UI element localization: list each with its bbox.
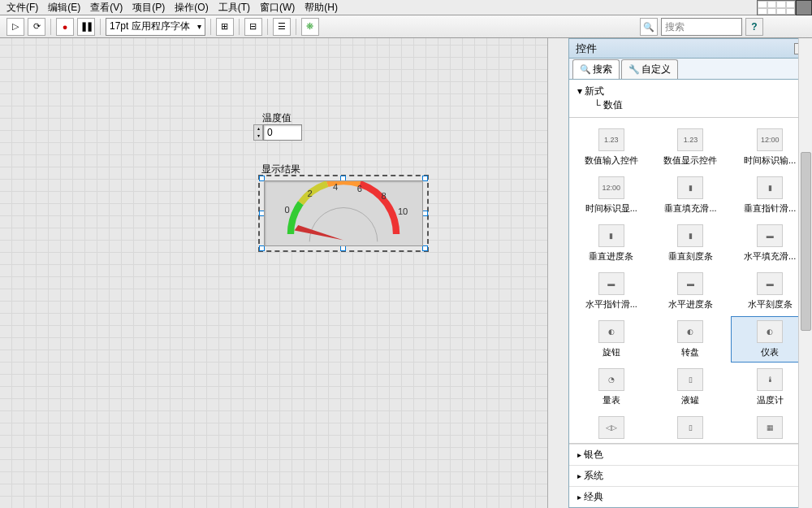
svg-text:2: 2	[307, 189, 312, 198]
palette-item-icon: ◔	[598, 368, 624, 391]
palette-item[interactable]: ▮垂直填充滑...	[652, 172, 730, 219]
menu-help[interactable]: 帮助(H)	[304, 1, 338, 15]
palette-item[interactable]: ◐转盘	[652, 316, 730, 363]
palette-item-label: 仪表	[761, 346, 779, 358]
palette-item[interactable]: ▦带边框颜色盒	[731, 412, 809, 443]
palette-item[interactable]: ◁▷水平滚动条	[572, 412, 650, 443]
resize-handle[interactable]	[259, 245, 265, 251]
temperature-input[interactable]: 0	[263, 124, 302, 141]
palette-item-label: 水平填充滑...	[744, 250, 796, 263]
palette-item[interactable]: 12:00时间标识显...	[572, 172, 650, 219]
palette-item-label: 时间标识显...	[585, 202, 637, 215]
palette-item-label: 温度计	[757, 394, 784, 406]
resize-handle[interactable]	[422, 245, 428, 251]
palette-item[interactable]: 1.23数值输入控件	[572, 124, 650, 171]
palette-item-label: 垂直填充滑...	[664, 202, 716, 215]
palette-item-icon: ▬	[757, 224, 783, 247]
palette-item-icon: ▮	[677, 176, 703, 199]
palette-item[interactable]: ▮垂直指针滑...	[731, 172, 809, 219]
gauge-face: 0 2 4 6 8 10	[264, 180, 423, 246]
gauge-widget[interactable]: 0 2 4 6 8 10	[258, 175, 429, 252]
palette-item[interactable]: ◐仪表	[731, 316, 809, 363]
category-system[interactable]: 系统	[569, 465, 812, 486]
palette-tree: ▾ 新式 └ 数值	[569, 80, 812, 118]
distribute-button[interactable]: ⊟	[244, 18, 262, 36]
palette-item-icon: ▯	[677, 368, 703, 391]
tab-search[interactable]: 🔍搜索	[572, 59, 620, 79]
vertical-scrollbar[interactable]	[798, 38, 812, 508]
menu-edit[interactable]: 编辑(E)	[48, 1, 80, 15]
resize-handle[interactable]	[422, 176, 428, 181]
menu-view[interactable]: 查看(V)	[90, 1, 123, 15]
palette-item[interactable]: ▮垂直刻度条	[652, 220, 730, 267]
reorder-button[interactable]: ☰	[273, 18, 291, 36]
palette-item[interactable]: ▬水平进度条	[652, 268, 730, 315]
menu-file[interactable]: 文件(F)	[6, 1, 38, 15]
palette-item-icon: ◐	[677, 320, 703, 343]
palette-item-label: 数值输入控件	[585, 154, 638, 167]
tree-node-modern[interactable]: ▾ 新式	[577, 85, 804, 98]
palette-item-label: 旋钮	[603, 346, 620, 358]
palette-item[interactable]: 1.23数值显示控件	[652, 124, 730, 171]
palette-titlebar: 控件 ▫	[569, 39, 812, 59]
resize-handle[interactable]	[422, 211, 428, 216]
svg-text:10: 10	[398, 206, 408, 216]
resize-handle[interactable]	[340, 245, 346, 251]
palette-item[interactable]: ▬水平指针滑...	[572, 268, 650, 315]
palette-categories: 银色 系统 经典	[569, 443, 812, 507]
palette-item[interactable]: ▯垂直滚动条	[652, 412, 730, 443]
search-input[interactable]: 搜索	[661, 18, 742, 36]
palette-item[interactable]: ◐旋钮	[572, 316, 650, 363]
pause-button[interactable]: ❚❚	[77, 18, 95, 36]
palette-item-icon: 1.23	[598, 128, 624, 151]
abort-button[interactable]: ●	[56, 18, 74, 36]
temperature-control: ▴▾ 0	[253, 124, 302, 141]
search-container: 🔍 搜索 ?	[640, 18, 763, 36]
palette-item-icon: ◐	[757, 320, 783, 343]
search-icon-button[interactable]: 🔍	[640, 18, 658, 36]
palette-item-icon: ▮	[757, 176, 783, 199]
settings-button[interactable]: ❋	[301, 18, 319, 36]
menu-operate[interactable]: 操作(O)	[175, 1, 208, 15]
palette-item[interactable]: 🌡温度计	[731, 364, 809, 410]
palette-item-label: 数值显示控件	[663, 154, 717, 167]
palette-item-icon: ▬	[677, 272, 703, 295]
palette-item[interactable]: 12:00时间标识输...	[731, 124, 809, 171]
category-classic[interactable]: 经典	[569, 486, 812, 507]
device-icon[interactable]	[796, 0, 812, 15]
front-panel-canvas[interactable]: 温度值 ▴▾ 0 显示结果 0 2 4 6 8	[0, 38, 548, 508]
window-grid-icon[interactable]	[757, 0, 796, 15]
menu-bar: 文件(F) 编辑(E) 查看(V) 项目(P) 操作(O) 工具(T) 窗口(W…	[0, 0, 812, 15]
palette-item[interactable]: ◔量表	[572, 364, 650, 410]
svg-marker-0	[295, 225, 343, 241]
menu-tools[interactable]: 工具(T)	[218, 1, 250, 15]
numeric-spinner[interactable]: ▴▾	[253, 124, 263, 141]
palette-item-label: 水平指针滑...	[585, 298, 637, 310]
font-selector[interactable]: 17pt 应用程序字体	[106, 18, 205, 36]
palette-item-grid: 1.23数值输入控件1.23数值显示控件12:00时间标识输...12:00时间…	[569, 118, 812, 443]
palette-item-icon: ◐	[598, 320, 624, 343]
temperature-label: 温度值	[262, 111, 292, 125]
palette-item-label: 转盘	[681, 346, 699, 358]
svg-text:6: 6	[357, 184, 362, 193]
align-button[interactable]: ⊞	[216, 18, 234, 36]
palette-item-icon: ▮	[677, 224, 703, 247]
help-button[interactable]: ?	[745, 18, 763, 36]
palette-item-label: 液罐	[681, 394, 699, 406]
palette-item[interactable]: ▯液罐	[652, 364, 730, 410]
palette-item-icon: 🌡	[757, 368, 783, 391]
menu-project[interactable]: 项目(P)	[132, 1, 165, 15]
search-icon: 🔍	[580, 64, 591, 75]
palette-item-icon: 12:00	[598, 176, 624, 199]
menu-window[interactable]: 窗口(W)	[260, 1, 295, 15]
palette-item[interactable]: ▬水平刻度条	[731, 268, 809, 315]
palette-item-label: 垂直刻度条	[668, 250, 713, 263]
scrollbar-thumb[interactable]	[801, 152, 811, 331]
category-silver[interactable]: 银色	[569, 444, 812, 465]
tree-node-numeric[interactable]: └ 数值	[594, 98, 804, 112]
palette-item[interactable]: ▮垂直进度条	[572, 220, 650, 267]
run-continuous-button[interactable]: ⟳	[28, 18, 45, 36]
palette-item[interactable]: ▬水平填充滑...	[731, 220, 809, 267]
tab-customize[interactable]: 🔧自定义	[621, 59, 678, 79]
run-button[interactable]: ▷	[6, 18, 24, 36]
